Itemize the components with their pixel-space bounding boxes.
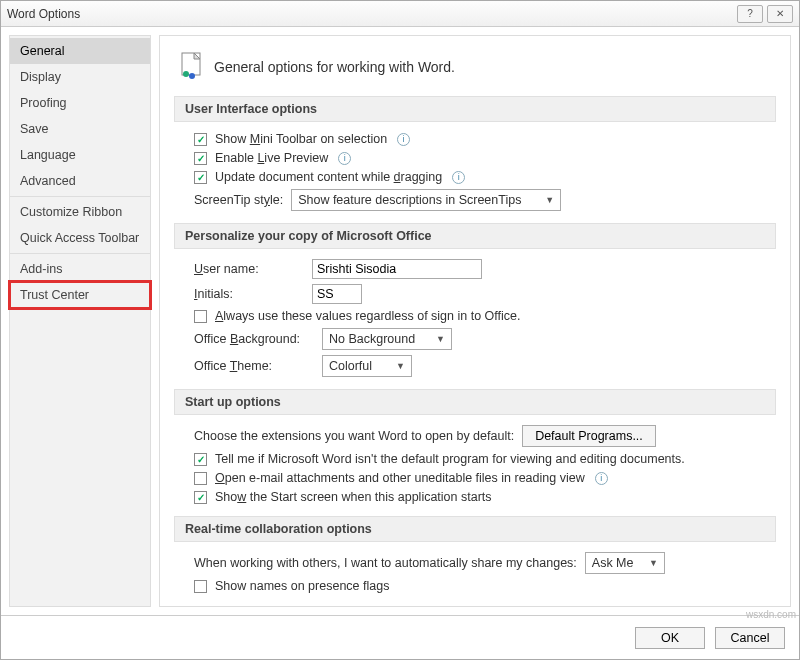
label-update-dragging: Update document content while dragging bbox=[215, 170, 442, 184]
checkbox-presence-flags[interactable] bbox=[194, 580, 207, 593]
label-office-background: Office Background: bbox=[194, 332, 314, 346]
close-button[interactable]: ✕ bbox=[767, 5, 793, 23]
checkbox-open-reading-view[interactable] bbox=[194, 472, 207, 485]
sidebar-label: Add-ins bbox=[20, 262, 62, 276]
info-icon[interactable]: i bbox=[397, 133, 410, 146]
section-user-interface: User Interface options bbox=[174, 96, 776, 122]
info-icon[interactable]: i bbox=[595, 472, 608, 485]
sidebar-item-quick-access[interactable]: Quick Access Toolbar bbox=[10, 225, 150, 251]
label-office-theme: Office Theme: bbox=[194, 359, 314, 373]
checkbox-always-use-values[interactable] bbox=[194, 310, 207, 323]
watermark: wsxdn.com bbox=[746, 609, 796, 620]
cancel-button[interactable]: Cancel bbox=[715, 627, 785, 649]
checkbox-default-program-tell[interactable] bbox=[194, 453, 207, 466]
label-always-use-values: Always use these values regardless of si… bbox=[215, 309, 521, 323]
document-people-icon bbox=[178, 52, 204, 82]
sidebar-label: Display bbox=[20, 70, 61, 84]
sidebar-item-language[interactable]: Language bbox=[10, 142, 150, 168]
sidebar-label: Save bbox=[20, 122, 49, 136]
sidebar-label: Language bbox=[20, 148, 76, 162]
sidebar-item-display[interactable]: Display bbox=[10, 64, 150, 90]
label-default-program-tell: Tell me if Microsoft Word isn't the defa… bbox=[215, 452, 685, 466]
select-office-theme[interactable]: Colorful ▼ bbox=[322, 355, 412, 377]
label-initials: Initials: bbox=[194, 287, 304, 301]
sidebar-label: Advanced bbox=[20, 174, 76, 188]
select-office-background[interactable]: No Background ▼ bbox=[322, 328, 452, 350]
chevron-down-icon: ▼ bbox=[436, 334, 445, 344]
dialog-footer: OK Cancel bbox=[1, 615, 799, 659]
sidebar-label: Trust Center bbox=[20, 288, 89, 302]
select-value: Show feature descriptions in ScreenTips bbox=[298, 193, 521, 207]
input-initials[interactable] bbox=[312, 284, 362, 304]
chevron-down-icon: ▼ bbox=[545, 195, 554, 205]
ok-button[interactable]: OK bbox=[635, 627, 705, 649]
checkbox-update-dragging[interactable] bbox=[194, 171, 207, 184]
label-auto-share: When working with others, I want to auto… bbox=[194, 556, 577, 570]
sidebar-label: Quick Access Toolbar bbox=[20, 231, 139, 245]
sidebar-label: Proofing bbox=[20, 96, 67, 110]
sidebar-label: General bbox=[20, 44, 64, 58]
chevron-down-icon: ▼ bbox=[396, 361, 405, 371]
checkbox-live-preview[interactable] bbox=[194, 152, 207, 165]
sidebar-item-advanced[interactable]: Advanced bbox=[10, 168, 150, 194]
checkbox-show-mini-toolbar[interactable] bbox=[194, 133, 207, 146]
label-presence-flags: Show names on presence flags bbox=[215, 579, 389, 593]
titlebar: Word Options ? ✕ bbox=[1, 1, 799, 27]
label-choose-extensions: Choose the extensions you want Word to o… bbox=[194, 429, 514, 443]
info-icon[interactable]: i bbox=[338, 152, 351, 165]
label-screentip-style: ScreenTip style: bbox=[194, 193, 283, 207]
select-value: Ask Me bbox=[592, 556, 634, 570]
svg-point-3 bbox=[189, 73, 195, 79]
sidebar-item-add-ins[interactable]: Add-ins bbox=[10, 256, 150, 282]
label-live-preview: Enable Live Preview bbox=[215, 151, 328, 165]
sidebar-label: Customize Ribbon bbox=[20, 205, 122, 219]
sidebar-item-save[interactable]: Save bbox=[10, 116, 150, 142]
label-show-start-screen: Show the Start screen when this applicat… bbox=[215, 490, 492, 504]
sidebar-item-proofing[interactable]: Proofing bbox=[10, 90, 150, 116]
checkbox-show-start-screen[interactable] bbox=[194, 491, 207, 504]
sidebar-item-customize-ribbon[interactable]: Customize Ribbon bbox=[10, 199, 150, 225]
word-options-dialog: Word Options ? ✕ General Display Proofin… bbox=[0, 0, 800, 660]
info-icon[interactable]: i bbox=[452, 171, 465, 184]
select-screentip-style[interactable]: Show feature descriptions in ScreenTips … bbox=[291, 189, 561, 211]
sidebar-item-trust-center[interactable]: Trust Center bbox=[10, 282, 150, 308]
section-collaboration: Real-time collaboration options bbox=[174, 516, 776, 542]
select-auto-share[interactable]: Ask Me ▼ bbox=[585, 552, 665, 574]
input-user-name[interactable] bbox=[312, 259, 482, 279]
sidebar-item-general[interactable]: General bbox=[10, 38, 150, 64]
help-button[interactable]: ? bbox=[737, 5, 763, 23]
section-personalize: Personalize your copy of Microsoft Offic… bbox=[174, 223, 776, 249]
select-value: No Background bbox=[329, 332, 415, 346]
label-show-mini-toolbar: Show Mini Toolbar on selection bbox=[215, 132, 387, 146]
window-title: Word Options bbox=[7, 7, 80, 21]
main-header: General options for working with Word. bbox=[178, 52, 776, 82]
default-programs-button[interactable]: Default Programs... bbox=[522, 425, 656, 447]
svg-point-2 bbox=[183, 71, 189, 77]
chevron-down-icon: ▼ bbox=[649, 558, 658, 568]
section-startup: Start up options bbox=[174, 389, 776, 415]
label-open-reading-view: Open e-mail attachments and other unedit… bbox=[215, 471, 585, 485]
label-user-name: User name: bbox=[194, 262, 304, 276]
select-value: Colorful bbox=[329, 359, 372, 373]
main-panel: General options for working with Word. U… bbox=[159, 35, 791, 607]
options-sidebar: General Display Proofing Save Language A… bbox=[9, 35, 151, 607]
main-header-text: General options for working with Word. bbox=[214, 59, 455, 75]
